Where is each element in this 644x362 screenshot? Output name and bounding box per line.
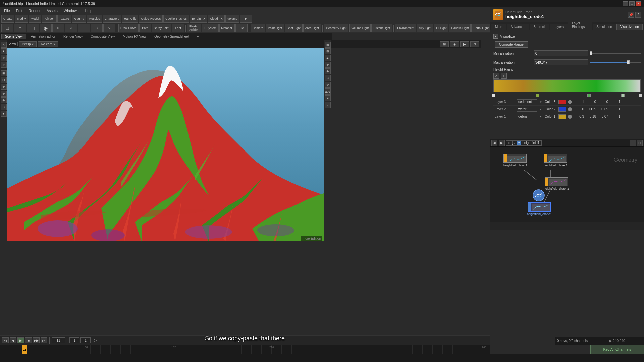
ramp-stop-2[interactable]	[587, 94, 591, 97]
tool-sphere[interactable]: ○	[14, 24, 26, 32]
ramp-stop-1[interactable]	[536, 94, 539, 97]
tool-l-system[interactable]: L-System	[202, 24, 219, 32]
layer2-color-swatch[interactable]	[558, 107, 566, 112]
layer3-circle[interactable]	[568, 100, 572, 104]
rs-btn6[interactable]: ⊘	[325, 75, 331, 81]
menu-render[interactable]: Render	[26, 8, 43, 13]
tool-spray-paint[interactable]: Spray Paint	[152, 24, 172, 32]
rs-btn8[interactable]: abc	[325, 88, 331, 95]
ramp-stop-0[interactable]	[492, 94, 495, 97]
rs-btn10[interactable]: ?	[325, 102, 331, 108]
nn-canvas[interactable]: heightfield_layer2 heightfield_layer1	[490, 147, 644, 222]
shelf-create[interactable]: Create	[1, 15, 14, 23]
tab-simulation[interactable]: Simulation	[593, 24, 616, 30]
shelf-rigging[interactable]: Rigging	[72, 15, 86, 23]
node-erode1[interactable]: heightfield_erode1	[527, 202, 552, 216]
persp-button[interactable]: Persp ▾	[19, 41, 37, 47]
tab-animation-editor[interactable]: Animation Editor	[27, 34, 59, 39]
cam-button[interactable]: No cam ▾	[38, 41, 58, 47]
sidebar-tool1[interactable]: ⊞	[1, 70, 7, 76]
tool-gi-light[interactable]: GI Light	[434, 24, 449, 32]
sidebar-scale[interactable]: ⤢	[1, 62, 7, 68]
ramp-stop-3[interactable]	[621, 94, 625, 97]
sidebar-rotate[interactable]: ↻	[1, 55, 7, 61]
rs-btn7[interactable]: ⊙	[325, 82, 331, 88]
display-options[interactable]: ◈	[450, 41, 459, 47]
ramp-stop-4[interactable]	[639, 94, 642, 97]
rs-btn1[interactable]: ⊞	[325, 42, 331, 48]
timeline-scrub[interactable]: 11 168 192 216 1260	[0, 345, 490, 354]
minimize-button[interactable]: ─	[623, 1, 628, 6]
shelf-texture[interactable]: Texture	[57, 15, 71, 23]
layer2-field[interactable]	[517, 107, 537, 112]
shelf-characters[interactable]: Characters	[103, 15, 121, 23]
tool-font[interactable]: Font	[172, 24, 184, 32]
menu-windows[interactable]: Windows	[61, 8, 82, 13]
tl-next-btn[interactable]: ▶▶	[33, 337, 40, 343]
node-layer2[interactable]: heightfield_layer2	[503, 154, 527, 167]
shelf-volume[interactable]: Volume	[225, 15, 239, 23]
nn-obj-label[interactable]: obj	[508, 141, 513, 145]
close-button[interactable]: ✕	[636, 1, 641, 6]
ramp-gradient[interactable]	[493, 79, 641, 92]
tab-layers[interactable]: Layers	[550, 24, 568, 30]
min-elevation-input[interactable]	[534, 50, 588, 56]
node-distort1[interactable]: heightfield_distort1	[544, 177, 569, 190]
tab-render-view[interactable]: Render View	[60, 34, 86, 39]
tab-bedrock[interactable]: Bedrock	[530, 24, 549, 30]
sidebar-select[interactable]: ↖	[1, 42, 7, 48]
tab-composite-view[interactable]: Composite View	[87, 34, 118, 39]
tl-play-btn[interactable]: ▶	[17, 337, 24, 343]
snap-button[interactable]: ⊞	[440, 41, 449, 47]
tool-line[interactable]: /	[78, 24, 90, 32]
maximize-button[interactable]: □	[629, 1, 635, 6]
menu-file[interactable]: File	[1, 8, 13, 13]
layer1-circle[interactable]	[568, 115, 572, 119]
help-button[interactable]: ?	[635, 12, 641, 18]
rs-btn5[interactable]: ⊗	[325, 68, 331, 74]
ramp-add-btn[interactable]: +	[501, 73, 507, 79]
rs-btn9[interactable]: ↗	[325, 95, 331, 101]
shelf-muscles[interactable]: Muscles	[87, 15, 102, 23]
rs-btn4[interactable]: ⊕	[325, 62, 331, 68]
max-elevation-input[interactable]	[534, 59, 588, 65]
shelf-more[interactable]: ►	[240, 15, 252, 23]
layer1-color-swatch[interactable]	[558, 114, 566, 119]
key-all-channels-button[interactable]: Key All Channels	[590, 345, 644, 354]
tool-curve[interactable]: ∿	[103, 24, 115, 32]
ramp-stops[interactable]	[493, 92, 641, 97]
frame-input[interactable]	[52, 337, 65, 343]
render-button[interactable]: ▶	[460, 41, 469, 47]
tool-volume-light[interactable]: Volume Light	[349, 24, 371, 32]
tool-geometry-light[interactable]: Geometry Light	[324, 24, 349, 32]
nn-fwd-btn[interactable]: ▶	[499, 140, 505, 146]
menu-edit[interactable]: Edit	[13, 8, 25, 13]
tool-area-light[interactable]: Area Light	[303, 24, 321, 32]
tl-stop-btn[interactable]: ■	[25, 337, 32, 343]
add-pane[interactable]: +	[193, 34, 202, 39]
ramp-reset-btn[interactable]: ✕	[493, 73, 499, 79]
tab-advanced[interactable]: Advanced	[507, 24, 529, 30]
sidebar-transform[interactable]: ✦	[1, 48, 7, 54]
tool-sky-light[interactable]: Sky Light	[417, 24, 433, 32]
tool-torus[interactable]: ◉	[40, 24, 52, 32]
sidebar-tool4[interactable]: ⊗	[1, 90, 7, 97]
tl-play-mode[interactable]: ▷	[92, 337, 98, 343]
layer2-circle[interactable]	[568, 107, 572, 111]
min-elevation-slider[interactable]	[590, 53, 641, 54]
rs-btn3[interactable]: ◈	[325, 55, 331, 61]
tool-null[interactable]: ∅	[65, 24, 77, 32]
tool-point-light[interactable]: Point Light	[266, 24, 284, 32]
node-layer1[interactable]: heightfield_layer1	[544, 154, 568, 167]
shelf-model[interactable]: Model	[29, 15, 41, 23]
layer3-color-swatch[interactable]	[558, 100, 566, 104]
shelf-guide-process[interactable]: Guide Process	[139, 15, 163, 23]
sidebar-tool6[interactable]: ⊙	[1, 104, 7, 110]
viewport-settings[interactable]: ⚙	[470, 41, 479, 47]
rs-btn2[interactable]: ⊡	[325, 48, 331, 54]
shelf-terrain-fx[interactable]: Terrain FX	[190, 15, 208, 23]
tl-start-btn[interactable]: ⏮	[2, 337, 9, 343]
tool-plastic-solids[interactable]: PlasticSolides	[187, 24, 201, 32]
tool-grid[interactable]: ⊞	[52, 24, 64, 32]
tool-path[interactable]: Path	[139, 24, 151, 32]
